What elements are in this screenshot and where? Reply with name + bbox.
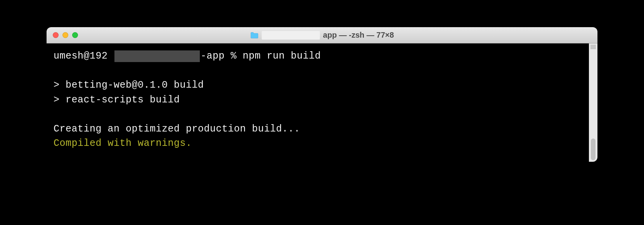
folder-icon bbox=[250, 32, 259, 39]
prompt-user-host: umesh@192 bbox=[54, 49, 114, 64]
command-text: npm run build bbox=[243, 49, 321, 64]
terminal-body[interactable]: umesh@192 -app % npm run build > betting… bbox=[47, 43, 589, 162]
blank-line bbox=[54, 107, 582, 122]
output-line-1: > betting-web@0.1.0 build bbox=[54, 78, 582, 93]
scroll-thumb[interactable] bbox=[591, 138, 596, 160]
terminal-body-wrapper: umesh@192 -app % npm run build > betting… bbox=[47, 43, 597, 162]
prompt-redacted-segment bbox=[114, 50, 200, 62]
blank-line bbox=[54, 64, 582, 78]
minimize-button[interactable] bbox=[62, 32, 68, 38]
window-title: app — -zsh — 77×8 bbox=[250, 31, 394, 40]
output-warning-line: Compiled with warnings. bbox=[54, 136, 582, 151]
scrollbar[interactable] bbox=[589, 43, 597, 162]
terminal-window: app — -zsh — 77×8 umesh@192 -app % npm r… bbox=[47, 27, 597, 162]
prompt-path-suffix: -app % bbox=[201, 49, 243, 64]
scroll-indicator-icon bbox=[590, 45, 596, 50]
zoom-button[interactable] bbox=[72, 32, 78, 38]
title-redacted-segment bbox=[262, 31, 320, 40]
title-bar[interactable]: app — -zsh — 77×8 bbox=[47, 27, 597, 43]
prompt-line: umesh@192 -app % npm run build bbox=[54, 49, 582, 64]
close-button[interactable] bbox=[53, 32, 59, 38]
window-title-text: app — -zsh — 77×8 bbox=[323, 31, 394, 40]
traffic-lights bbox=[53, 32, 78, 38]
output-line-3: Creating an optimized production build..… bbox=[54, 122, 582, 137]
output-line-2: > react-scripts build bbox=[54, 93, 582, 107]
